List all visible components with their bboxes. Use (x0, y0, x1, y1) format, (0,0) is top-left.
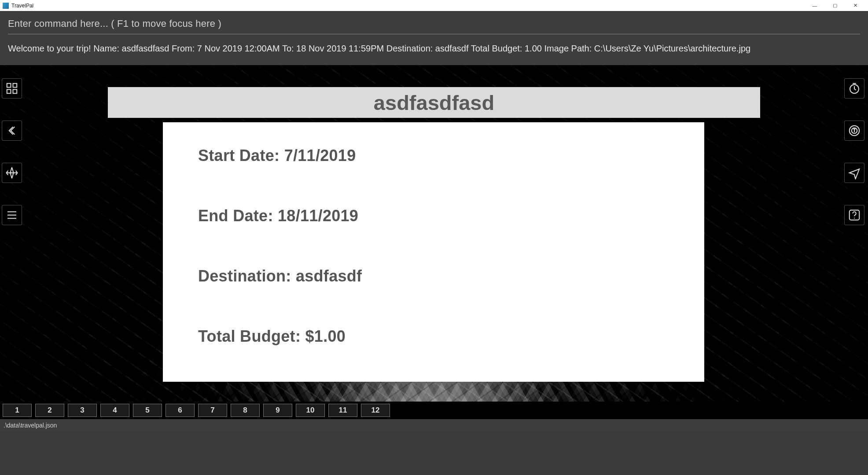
status-bar: .\data\travelpal.json (0, 419, 868, 431)
trip-name-banner: asdfasdfasd (108, 87, 760, 118)
data-file-path: .\data\travelpal.json (4, 422, 57, 429)
close-button[interactable]: ✕ (845, 0, 865, 11)
day-button[interactable]: 8 (231, 404, 260, 417)
grid-icon[interactable] (2, 78, 22, 99)
day-button[interactable]: 6 (166, 404, 195, 417)
svg-point-11 (854, 218, 855, 219)
clock-icon[interactable] (844, 78, 864, 99)
destination: Destination: asdfasdf (198, 267, 669, 285)
start-date: Start Date: 7/11/2019 (198, 146, 669, 165)
svg-rect-1 (13, 84, 17, 88)
day-button[interactable]: 10 (296, 404, 325, 417)
trip-details-card: Start Date: 7/11/2019 End Date: 18/11/20… (163, 122, 704, 382)
coin-icon[interactable] (844, 121, 864, 141)
day-button[interactable]: 7 (198, 404, 227, 417)
day-button[interactable]: 9 (263, 404, 292, 417)
day-button[interactable]: 3 (68, 404, 97, 417)
minimize-button[interactable]: — (805, 0, 825, 11)
app-icon (3, 3, 9, 9)
day-strip: 1 2 3 4 5 6 7 8 9 10 11 12 (0, 402, 868, 419)
header-panel: Enter command here... ( F1 to move focus… (0, 11, 868, 65)
day-button[interactable]: 1 (3, 404, 32, 417)
day-button[interactable]: 11 (328, 404, 357, 417)
back-icon[interactable] (2, 121, 22, 141)
trip-name: asdfasdfasd (374, 91, 494, 115)
svg-rect-3 (13, 90, 17, 94)
end-date: End Date: 18/11/2019 (198, 207, 669, 225)
right-toolbar (844, 78, 866, 225)
welcome-message: Welcome to your trip! Name: asdfasdfasd … (8, 42, 860, 55)
maximize-button[interactable]: ▢ (825, 0, 845, 11)
left-toolbar (2, 78, 24, 225)
window-titlebar: TravelPal — ▢ ✕ (0, 0, 868, 11)
svg-rect-0 (7, 84, 11, 88)
list-icon[interactable] (2, 205, 22, 225)
svg-rect-2 (7, 90, 11, 94)
day-button[interactable]: 12 (361, 404, 390, 417)
window-title: TravelPal (11, 3, 805, 9)
command-input[interactable]: Enter command here... ( F1 to move focus… (8, 16, 860, 34)
help-icon[interactable] (844, 205, 864, 225)
flight-icon[interactable] (844, 163, 864, 183)
day-button[interactable]: 5 (133, 404, 162, 417)
plane-icon[interactable] (2, 163, 22, 183)
day-button[interactable]: 2 (35, 404, 64, 417)
total-budget: Total Budget: $1.00 (198, 327, 669, 346)
day-button[interactable]: 4 (100, 404, 129, 417)
main-view: asdfasdfasd Start Date: 7/11/2019 End Da… (0, 65, 868, 402)
